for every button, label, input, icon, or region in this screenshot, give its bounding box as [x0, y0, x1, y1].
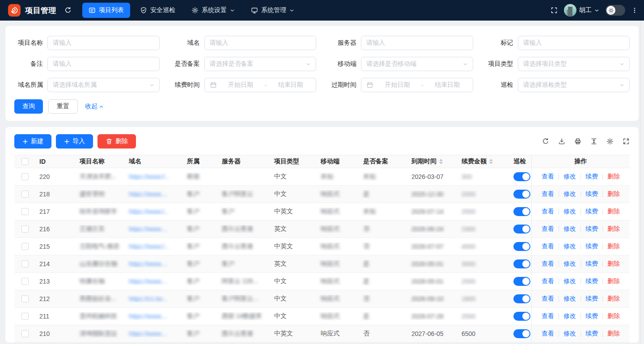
action-renew[interactable]: 续费 [581, 277, 602, 285]
filter-input-1[interactable]: 请输入 [204, 36, 317, 50]
filter-input-3[interactable]: 请输入 [518, 36, 630, 50]
sort-control[interactable] [439, 159, 443, 164]
action-delete[interactable]: 删除 [603, 312, 624, 320]
action-view[interactable]: 查看 [537, 242, 559, 251]
action-edit[interactable]: 修改 [559, 260, 580, 268]
action-view[interactable]: 查看 [537, 277, 559, 285]
domain-link[interactable]: https://www.... [129, 278, 168, 285]
domain-link[interactable]: https://www.l... [129, 208, 169, 215]
inspect-toggle[interactable] [513, 225, 530, 234]
nav-item-system-settings[interactable]: 系统设置 [185, 3, 241, 18]
action-edit[interactable]: 修改 [559, 173, 580, 181]
filter-daterange-9[interactable]: 开始日期-结束日期 [204, 78, 317, 92]
row-checkbox[interactable] [21, 260, 29, 268]
action-renew[interactable]: 续费 [581, 190, 602, 198]
dots-vertical-icon[interactable] [631, 7, 638, 14]
action-view[interactable]: 查看 [537, 173, 559, 181]
row-height-icon[interactable] [590, 138, 597, 145]
row-checkbox[interactable] [21, 330, 29, 337]
nav-item-project-list[interactable]: 项目列表 [82, 3, 130, 18]
row-checkbox[interactable] [21, 191, 29, 198]
inspect-toggle[interactable] [513, 207, 530, 216]
search-button[interactable]: 查询 [14, 99, 43, 114]
download-icon[interactable] [558, 138, 565, 145]
reset-button[interactable]: 重置 [48, 99, 78, 114]
action-delete[interactable]: 删除 [603, 277, 624, 285]
row-checkbox[interactable] [21, 295, 29, 302]
nav-item-security-inspect[interactable]: 安全巡检 [134, 3, 182, 18]
action-view[interactable]: 查看 [537, 225, 559, 233]
refresh-icon[interactable] [64, 7, 72, 14]
page-scrollbar[interactable] [640, 21, 644, 344]
filter-input-2[interactable]: 请输入 [361, 36, 473, 50]
inspect-toggle[interactable] [513, 329, 530, 338]
column-header-expire[interactable]: 到期时间 [408, 157, 458, 166]
action-view[interactable]: 查看 [537, 260, 559, 268]
column-header-amount[interactable]: 续费金额 [458, 157, 510, 166]
action-delete[interactable]: 删除 [603, 225, 624, 233]
action-delete[interactable]: 删除 [603, 260, 624, 268]
action-delete[interactable]: 删除 [603, 330, 624, 338]
action-view[interactable]: 查看 [537, 190, 559, 198]
collapse-link[interactable]: 收起 [85, 102, 104, 110]
domain-link[interactable]: https://www.... [129, 313, 168, 320]
row-checkbox[interactable] [21, 243, 29, 250]
inspect-toggle[interactable] [513, 294, 530, 303]
action-renew[interactable]: 续费 [581, 225, 602, 233]
inspect-toggle[interactable] [513, 277, 530, 286]
filter-select-6[interactable]: 请选择是否移动端 [361, 57, 473, 71]
row-checkbox[interactable] [21, 208, 29, 215]
action-view[interactable]: 查看 [537, 208, 559, 216]
action-delete[interactable]: 删除 [603, 242, 624, 251]
domain-link[interactable]: https://www.f... [129, 173, 169, 180]
user-menu[interactable]: 胡工 [564, 4, 599, 17]
row-checkbox[interactable] [21, 173, 29, 180]
action-edit[interactable]: 修改 [559, 225, 580, 233]
select-all-checkbox[interactable] [21, 158, 29, 165]
action-delete[interactable]: 删除 [603, 295, 624, 303]
domain-link[interactable]: https://www.... [129, 191, 168, 198]
domain-link[interactable]: https://www.... [129, 260, 168, 268]
domain-link[interactable]: https://www.... [129, 330, 168, 337]
action-delete[interactable]: 删除 [603, 173, 624, 181]
print-icon[interactable] [574, 138, 581, 145]
fullscreen-icon[interactable] [551, 7, 558, 14]
row-checkbox[interactable] [21, 313, 29, 320]
inspect-toggle[interactable] [513, 242, 530, 251]
nav-item-system-admin[interactable]: 系统管理 [245, 3, 301, 18]
action-renew[interactable]: 续费 [581, 295, 602, 303]
action-delete[interactable]: 删除 [603, 208, 624, 216]
filter-select-7[interactable]: 请选择项目类型 [518, 57, 630, 71]
action-edit[interactable]: 修改 [559, 190, 580, 198]
action-edit[interactable]: 修改 [559, 312, 580, 320]
create-button[interactable]: 新建 [14, 134, 51, 149]
filter-select-8[interactable]: 请选择域名所属 [47, 78, 160, 92]
filter-input-0[interactable]: 请输入 [47, 36, 160, 50]
inspect-toggle[interactable] [513, 312, 530, 321]
action-view[interactable]: 查看 [537, 330, 559, 338]
action-edit[interactable]: 修改 [559, 242, 580, 251]
import-button[interactable]: 导入 [56, 134, 93, 149]
domain-link[interactable]: https://www.... [129, 225, 168, 233]
action-renew[interactable]: 续费 [581, 260, 602, 268]
expand-icon[interactable] [623, 138, 630, 145]
inspect-toggle[interactable] [513, 172, 530, 181]
row-checkbox[interactable] [21, 225, 29, 233]
filter-select-11[interactable]: 请选择巡检类型 [518, 78, 630, 92]
inspect-toggle[interactable] [513, 259, 530, 268]
domain-link[interactable]: https://www.l... [129, 243, 169, 250]
theme-toggle[interactable] [606, 5, 625, 16]
inspect-toggle[interactable] [513, 190, 530, 199]
action-renew[interactable]: 续费 [581, 242, 602, 251]
domain-link[interactable]: https://cn.ke... [129, 295, 168, 302]
action-view[interactable]: 查看 [537, 295, 559, 303]
action-renew[interactable]: 续费 [581, 330, 602, 338]
action-view[interactable]: 查看 [537, 312, 559, 320]
action-edit[interactable]: 修改 [559, 295, 580, 303]
action-edit[interactable]: 修改 [559, 208, 580, 216]
action-renew[interactable]: 续费 [581, 312, 602, 320]
settings-icon[interactable] [606, 138, 614, 145]
refresh-icon[interactable] [542, 138, 549, 145]
row-checkbox[interactable] [21, 278, 29, 285]
action-renew[interactable]: 续费 [581, 173, 602, 181]
